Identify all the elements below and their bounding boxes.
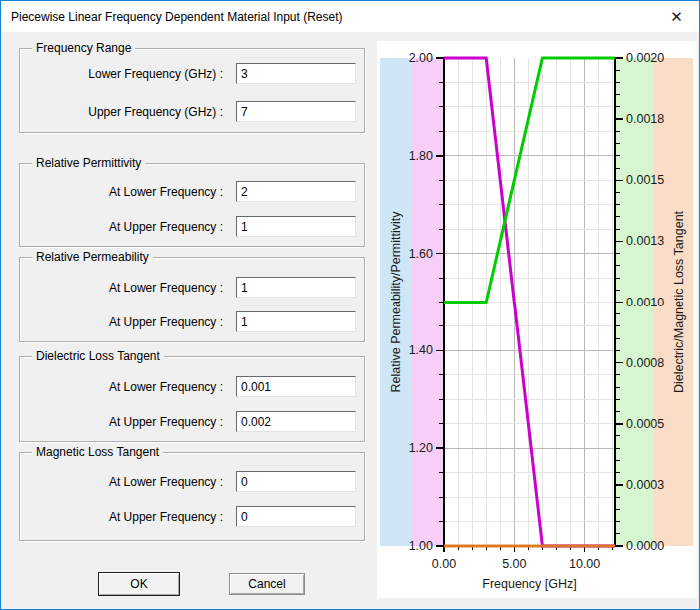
group-title: Frequency Range bbox=[32, 41, 135, 55]
svg-text:0.0008: 0.0008 bbox=[626, 356, 664, 370]
material-frequency-chart: 2.001.801.601.401.201.000.00200.00180.00… bbox=[377, 41, 697, 598]
group-title: Dielectric Loss Tangent bbox=[32, 349, 164, 363]
magnetic-loss-upper-label: At Upper Frequency : bbox=[60, 510, 223, 524]
svg-text:5.00: 5.00 bbox=[502, 557, 526, 571]
svg-text:1.80: 1.80 bbox=[409, 149, 433, 163]
field-row: At Lower Frequency : bbox=[20, 376, 364, 397]
permittivity-upper-input[interactable] bbox=[236, 216, 356, 237]
close-icon[interactable]: ✕ bbox=[654, 1, 699, 32]
dialog-window: Piecewise Linear Frequency Dependent Mat… bbox=[0, 0, 700, 610]
svg-text:10.00: 10.00 bbox=[569, 557, 600, 571]
svg-text:0.0013: 0.0013 bbox=[626, 234, 664, 248]
ok-button[interactable]: OK bbox=[98, 572, 180, 596]
svg-text:0.0018: 0.0018 bbox=[626, 112, 664, 126]
field-row: At Upper Frequency : bbox=[20, 311, 364, 332]
permeability-upper-input[interactable] bbox=[236, 311, 356, 332]
svg-text:0.0005: 0.0005 bbox=[626, 417, 664, 431]
upper-frequency-label: Upper Frequency (GHz) : bbox=[60, 105, 223, 119]
field-row: At Lower Frequency : bbox=[20, 181, 364, 202]
field-row: At Upper Frequency : bbox=[20, 216, 364, 237]
magnetic-loss-upper-input[interactable] bbox=[236, 506, 356, 527]
permittivity-upper-label: At Upper Frequency : bbox=[60, 220, 223, 234]
cancel-button[interactable]: Cancel bbox=[229, 573, 305, 595]
dialog-title: Piecewise Linear Frequency Dependent Mat… bbox=[11, 10, 343, 24]
field-row: At Lower Frequency : bbox=[20, 471, 364, 492]
field-row: At Upper Frequency : bbox=[20, 506, 364, 527]
group-title: Relative Permeability bbox=[32, 250, 153, 264]
svg-text:1.20: 1.20 bbox=[409, 441, 433, 455]
group-relative-permittivity: Relative Permittivity At Lower Frequency… bbox=[19, 163, 365, 247]
group-dielectric-loss-tangent: Dielectric Loss Tangent At Lower Frequen… bbox=[19, 356, 365, 442]
svg-text:0.0003: 0.0003 bbox=[626, 478, 664, 492]
field-row: At Lower Frequency : bbox=[20, 277, 364, 298]
dielectric-loss-lower-input[interactable] bbox=[236, 376, 356, 397]
svg-text:0.0000: 0.0000 bbox=[626, 539, 664, 553]
svg-text:Dielectric/Magnetic Loss Tange: Dielectric/Magnetic Loss Tangent bbox=[672, 210, 686, 393]
svg-text:0.00: 0.00 bbox=[432, 557, 456, 571]
lower-frequency-input[interactable] bbox=[236, 63, 356, 84]
magnetic-loss-lower-input[interactable] bbox=[236, 471, 356, 492]
chart-canvas: 2.001.801.601.401.201.000.00200.00180.00… bbox=[377, 41, 697, 598]
svg-text:1.40: 1.40 bbox=[409, 343, 433, 357]
field-row: At Upper Frequency : bbox=[20, 411, 364, 432]
lower-frequency-label: Lower Frequency (GHz) : bbox=[60, 67, 223, 81]
svg-text:2.00: 2.00 bbox=[409, 51, 433, 65]
magnetic-loss-lower-label: At Lower Frequency : bbox=[60, 475, 223, 489]
group-magnetic-loss-tangent: Magnetic Loss Tangent At Lower Frequency… bbox=[19, 452, 365, 541]
permittivity-lower-input[interactable] bbox=[236, 181, 356, 202]
permeability-lower-label: At Lower Frequency : bbox=[60, 281, 223, 295]
field-row: Upper Frequency (GHz) : bbox=[20, 101, 364, 122]
svg-text:1.60: 1.60 bbox=[409, 247, 433, 261]
dielectric-loss-lower-label: At Lower Frequency : bbox=[60, 380, 223, 394]
svg-text:0.0010: 0.0010 bbox=[626, 296, 664, 309]
titlebar[interactable]: Piecewise Linear Frequency Dependent Mat… bbox=[1, 1, 699, 32]
svg-text:0.0020: 0.0020 bbox=[626, 51, 664, 65]
upper-frequency-input[interactable] bbox=[236, 101, 356, 122]
group-title: Magnetic Loss Tangent bbox=[32, 445, 163, 459]
permittivity-lower-label: At Lower Frequency : bbox=[60, 185, 223, 199]
group-frequency-range: Frequency Range Lower Frequency (GHz) : … bbox=[19, 48, 365, 133]
svg-text:1.00: 1.00 bbox=[409, 539, 433, 553]
svg-text:Frequency [GHz]: Frequency [GHz] bbox=[482, 577, 576, 591]
dielectric-loss-upper-label: At Upper Frequency : bbox=[60, 415, 223, 429]
svg-text:0.0015: 0.0015 bbox=[626, 173, 664, 187]
group-title: Relative Permittivity bbox=[32, 156, 145, 170]
group-relative-permeability: Relative Permeability At Lower Frequency… bbox=[19, 257, 365, 342]
field-row: Lower Frequency (GHz) : bbox=[20, 63, 364, 84]
svg-text:Relative Permeability/Permitti: Relative Permeability/Permittivity bbox=[389, 211, 403, 393]
permeability-upper-label: At Upper Frequency : bbox=[60, 315, 223, 329]
dielectric-loss-upper-input[interactable] bbox=[236, 411, 356, 432]
permeability-lower-input[interactable] bbox=[236, 277, 356, 298]
